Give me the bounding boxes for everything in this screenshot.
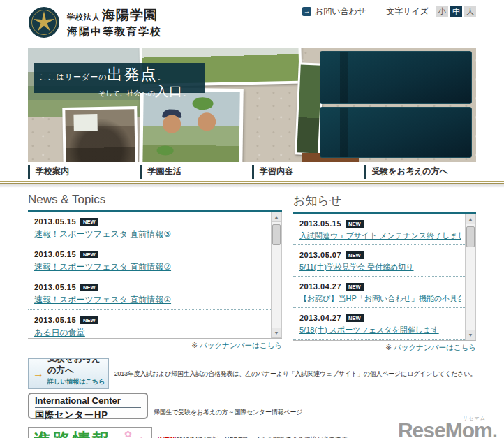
international-center-banner[interactable]: International Center 国際センターHP [28,393,148,419]
admissions-note: 2013年度入試および帰国生入試の合格発表は、左のバナーより「入試関連ウェブサイ… [114,370,476,379]
school-subname-label: 海陽中等教育学校 [67,25,162,38]
admissions-banner-subtitle: 詳しい情報はこちらから [47,377,108,390]
notice-item: 2013.04.27NEW 5/18(土) スポーツフェスタを開催します [293,308,476,340]
new-badge: NEW [80,218,98,226]
notice-item: 2013.04.25NEW 2013年度1学期 編入学試験のお知らせ [293,340,476,341]
hero-banner: ここはリーダーの出発点。 そして、社会への入口。 [28,48,476,162]
font-size-medium-button[interactable]: 中 [450,6,462,17]
notice-item: 2013.05.07NEW 5/11(土)学校見学会 受付締め切り [293,245,476,277]
news-item: 2013.05.15NEW 速報！スポーツフェスタ 直前情報③ [28,212,282,244]
photo-lecture-hall [62,106,138,162]
new-badge: NEW [80,284,98,291]
school-logo[interactable]: 学校法人海陽学園 海陽中等教育学校 [28,6,162,38]
notice-item-date: 2013.05.07 [299,251,341,259]
font-size-large-button[interactable]: 大 [464,6,476,17]
notice-item-link[interactable]: 5/11(土)学校見学会 受付締め切り [299,262,461,272]
nav-item-admissions[interactable]: 受験をお考えの方へ [364,165,477,179]
career-info-banner[interactable]: 進路情報 ✿ ✿ ✿ [28,427,152,438]
notice-item-link[interactable]: 入試関連ウェブサイト メンテナンス終了しました [299,231,461,241]
news-item-link[interactable]: 速報！スポーツフェスタ 直前情報③ [34,228,267,240]
scrollbar-down-icon[interactable]: ▼ [466,330,475,340]
petal-icon: ✿ [124,429,132,438]
international-center-subtitle: 国際センターHP [35,408,141,421]
news-item-date: 2013.05.15 [34,283,76,291]
news-backnumber: ※ バックナンバーはこちら [28,341,282,351]
news-item-link[interactable]: 速報！スポーツフェスタ 直前情報① [34,294,267,306]
news-item: 2013.05.15NEW 速報！スポーツフェスタ 直前情報① [28,277,282,310]
school-name: 学校法人海陽学園 海陽中等教育学校 [67,6,162,38]
page: 学校法人海陽学園 海陽中等教育学校 → お問い合わせ 文字サイズ 小 中 大 [0,0,504,438]
notice-item-link[interactable]: 5/18(土) スポーツフェスタを開催します [299,325,461,335]
news-item-link[interactable]: 速報！スポーツフェスタ 直前情報② [34,261,267,273]
nav-item-curriculum[interactable]: 学習内容 [252,165,364,179]
gold-rule-thin [0,181,504,182]
scrollbar-up-icon[interactable]: ▲ [272,212,281,222]
notice-item-date: 2013.04.27 [299,282,341,291]
news-scrollbar[interactable]: ▲ ▼ [271,212,282,338]
scrollbar-up-icon[interactable]: ▲ [466,214,475,224]
news-item: 2013.05.15NEW ある日の食堂 [28,310,282,339]
international-center-title: International Center [35,395,141,408]
news-item: 2013.05.15NEW 速報！スポーツフェスタ 直前情報② [28,244,282,277]
new-badge: NEW [346,251,364,259]
seedling [156,145,173,155]
news-backnumber-link[interactable]: バックナンバーはこちら [200,341,282,349]
scrollbar-thumb[interactable] [272,224,281,245]
student-head [163,115,181,133]
catch-line1: ここはリーダーの [39,73,108,81]
notice-item: 2013.04.27NEW 【お詫び】当HP「お問い合わせ」機能の不具合について [293,277,476,308]
international-center-note: 帰国生で受験をお考えの方～国際センター情報ページ [154,408,302,417]
catch-line2-big: 入口 [155,84,183,98]
hero-panel-bottom [320,107,472,158]
notice-backnumber: ※ バックナンバーはこちら [293,343,476,353]
header: 学校法人海陽学園 海陽中等教育学校 → お問い合わせ 文字サイズ 小 中 大 [0,0,504,48]
new-badge: NEW [346,314,364,322]
catch-line2: そして、社会への [98,89,155,97]
news-title: News & Topics [28,192,282,212]
new-badge: NEW [346,220,364,228]
admissions-banner-title: 受験をお考えの方へ [47,358,108,377]
hero-panel-top [320,51,472,104]
notice-item-date: 2013.04.27 [299,314,341,322]
scrollbar-thumb[interactable] [466,226,475,247]
new-badge: NEW [346,283,364,291]
student-head [198,112,216,131]
global-nav: 学校案内 学園生活 学習内容 受験をお考えの方へ [28,165,476,179]
catch-copy: ここはリーダーの出発点。 そして、社会への入口。 [34,63,205,93]
news-item-date: 2013.05.15 [34,250,76,258]
notice-item-date: 2013.05.15 [299,219,341,228]
catch-line1-big: 出発点 [108,66,158,83]
notice-item-link[interactable]: 【お詫び】当HP「お問い合わせ」機能の不具合について [299,293,461,304]
projector-screen [73,114,97,131]
career-info-note: [NEW]2013/04/24更新 ※PDFファイルを閲覧できる環境が必要です。 [158,435,354,438]
resemom-kana: リセマム [463,416,486,421]
notice-column: お知らせ 2013.05.15NEW 入試関連ウェブサイト メンテナンス終了しま… [293,192,476,353]
notice-scrollbar[interactable]: ▲ ▼ [465,214,476,340]
news-column: News & Topics 2013.05.15NEW 速報！スポーツフェスタ … [28,192,282,353]
contact-arrow-icon: → [302,7,311,16]
news-item-date: 2013.05.15 [34,316,76,324]
news-list: 2013.05.15NEW 速報！スポーツフェスタ 直前情報③ 2013.05.… [28,212,282,339]
admissions-banner[interactable]: → 受験をお考えの方へ 詳しい情報はこちらから [28,358,109,389]
contact-label: お問い合わせ [315,6,366,17]
scrollbar-down-icon[interactable]: ▼ [272,328,281,337]
resemom-watermark: リセマム ReseMom. [398,420,497,438]
nav-item-school-guide[interactable]: 学校案内 [28,165,140,179]
notice-item: 2013.05.15NEW 入試関連ウェブサイト メンテナンス終了しました [293,214,476,245]
contact-link[interactable]: → お問い合わせ [302,6,366,17]
fontsize-label: 文字サイズ [386,6,429,17]
school-name-label: 海陽学園 [102,8,158,22]
gold-arrow-icon: → [33,367,44,380]
notice-title: お知らせ [293,192,476,214]
divider [376,5,376,17]
school-corp-label: 学校法人 [67,13,101,21]
news-item-link[interactable]: ある日の食堂 [34,327,267,339]
font-size-small-button[interactable]: 小 [436,6,448,17]
new-badge: NEW [80,251,98,258]
header-utils: → お問い合わせ 文字サイズ 小 中 大 [302,5,476,17]
main-content: News & Topics 2013.05.15NEW 速報！スポーツフェスタ … [0,188,504,353]
nav-item-school-life[interactable]: 学園生活 [140,165,253,179]
school-emblem-icon [28,6,60,38]
career-info-title: 進路情報 [34,428,112,438]
notice-backnumber-link[interactable]: バックナンバーはこちら [394,343,476,351]
